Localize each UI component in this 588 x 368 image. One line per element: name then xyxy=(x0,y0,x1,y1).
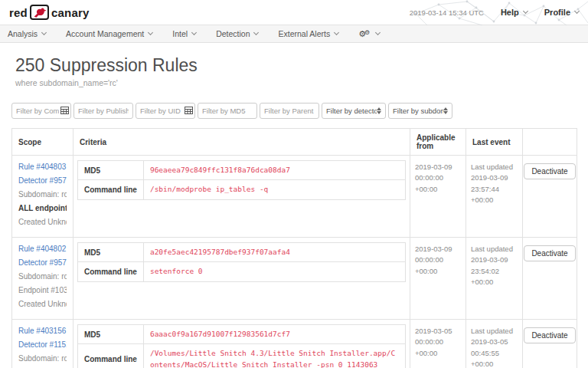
detector-link[interactable]: Detector #1151 xyxy=(18,340,67,349)
command-line-label: Command line xyxy=(78,180,144,199)
scope-cell: Rule #403156 Detector #1151 Subdomain: r… xyxy=(12,320,74,368)
chevron-down-icon xyxy=(523,8,528,14)
deactivate-button[interactable]: Deactivate xyxy=(524,327,575,343)
md5-value: 6aaac0f9a167d91007f12983561d7cf7 xyxy=(143,325,405,344)
chevron-down-icon xyxy=(375,30,381,35)
scope-created: Created Unknown xyxy=(18,299,67,309)
filter-detector-select[interactable]: Filter by detector xyxy=(322,103,386,119)
nav-item-detection[interactable]: Detection xyxy=(216,29,258,38)
profile-menu-label: Profile xyxy=(544,8,570,17)
canary-bird-icon xyxy=(30,5,49,20)
help-menu[interactable]: Help xyxy=(501,8,528,17)
scope-cell: Rule #404802 Detector #957 Subdomain: rc… xyxy=(12,238,74,320)
select-value: Filter by detector xyxy=(326,107,377,115)
applicable-from: 2019-03-09 00:00:00 +00:00 xyxy=(410,238,466,320)
command-line-value: /sbin/modprobe ip_tables -q xyxy=(143,180,405,199)
criteria-cell: MD5 96eaeea79c849ffc131f8a76dca08da7 Com… xyxy=(74,156,410,238)
col-header-criteria: Criteria xyxy=(74,129,410,156)
scope-endpoint: Endpoint #1032 xyxy=(18,285,67,295)
action-cell: Deactivate xyxy=(523,238,577,320)
suppression-rules-table: Scope Criteria Applicable from Last even… xyxy=(11,128,577,368)
command-line-value: /Volumes/Little Snitch 4.3/Little Snitch… xyxy=(143,344,405,368)
updown-arrows-icon xyxy=(443,107,448,114)
col-header-scope: Scope xyxy=(12,129,74,156)
logo-text-canary: canary xyxy=(51,6,90,19)
nav-item-label: Intel xyxy=(172,29,188,38)
scope-cell: Rule #404803 Detector #957 Subdomain: rc… xyxy=(12,156,74,238)
profile-menu[interactable]: Profile xyxy=(544,8,579,17)
chevron-down-icon xyxy=(148,30,153,35)
nav-item-label: Account Management xyxy=(66,29,144,38)
main-content: 250 Suppression Rules where subdomain_na… xyxy=(0,55,588,368)
action-cell: Deactivate xyxy=(523,156,577,238)
chevron-down-icon xyxy=(253,30,259,35)
table-row: Rule #404803 Detector #957 Subdomain: rc… xyxy=(12,156,577,238)
nav-item-external-alerts[interactable]: External Alerts xyxy=(278,29,338,38)
last-event: Last updated 2019-03-05 00:45:55 +00:00 xyxy=(466,320,523,368)
chevron-down-icon xyxy=(574,8,580,14)
filter-subdomain-select[interactable]: Filter by subdomai xyxy=(388,103,452,119)
col-header-applicable-from: Applicable from xyxy=(410,129,466,156)
nav-item-account-management[interactable]: Account Management xyxy=(66,29,152,38)
scope-created: Created Unknown xyxy=(18,217,67,227)
filter-bar: Filter by detector Filter by subdomai xyxy=(11,103,577,119)
detector-link[interactable]: Detector #957 xyxy=(18,176,67,185)
nav-settings-menu[interactable]: ⚙⚙ xyxy=(358,30,380,38)
utc-datetime: 2019-03-14 15:34 UTC xyxy=(410,8,484,17)
col-header-actions xyxy=(523,129,577,156)
command-line-label: Command line xyxy=(78,344,144,368)
md5-label: MD5 xyxy=(78,243,144,262)
scope-subdomain: Subdomain: rc xyxy=(18,271,67,281)
command-line-value: setenforce 0 xyxy=(143,262,405,281)
last-event: Last updated 2019-03-09 23:54:02 +00:00 xyxy=(466,238,523,320)
applicable-from: 2019-03-09 00:00:00 +00:00 xyxy=(410,156,466,238)
logo-text-red: red xyxy=(9,6,28,19)
md5-value: 96eaeea79c849ffc131f8a76dca08da7 xyxy=(143,161,405,180)
col-header-last-event: Last event xyxy=(466,129,523,156)
rule-link[interactable]: Rule #403156 xyxy=(18,327,66,335)
scope-endpoint: ALL endpoints xyxy=(18,203,67,213)
criteria-cell: MD5 6aaac0f9a167d91007f12983561d7cf7 Com… xyxy=(74,320,410,368)
action-cell: Deactivate xyxy=(523,320,577,368)
filter-md5-input[interactable] xyxy=(198,103,257,119)
rule-link[interactable]: Rule #404803 xyxy=(18,163,66,171)
scope-subdomain: Subdomain: rc xyxy=(18,353,67,363)
nav-item-analysis[interactable]: Analysis xyxy=(8,29,46,38)
table-header-row: Scope Criteria Applicable from Last even… xyxy=(12,129,577,156)
nav-item-label: External Alerts xyxy=(278,29,330,38)
chevron-down-icon xyxy=(41,30,47,35)
page-title: 250 Suppression Rules xyxy=(15,55,577,76)
rule-link[interactable]: Rule #404802 xyxy=(18,245,66,253)
nav-item-intel[interactable]: Intel xyxy=(172,29,196,38)
criteria-cell: MD5 a20fe5aec42195787dbef937f07aafa4 Com… xyxy=(74,238,410,320)
topbar-right: 2019-03-14 15:34 UTC Help Profile xyxy=(410,8,579,17)
select-value: Filter by subdomai xyxy=(393,107,443,115)
detector-link[interactable]: Detector #957 xyxy=(18,258,67,267)
filter-publisher-input[interactable] xyxy=(74,103,133,119)
command-line-label: Command line xyxy=(78,262,144,281)
help-menu-label: Help xyxy=(501,8,519,17)
chevron-down-icon xyxy=(191,30,197,35)
md5-value: a20fe5aec42195787dbef937f07aafa4 xyxy=(143,243,405,262)
nav-item-label: Detection xyxy=(216,29,250,38)
md5-label: MD5 xyxy=(78,161,144,180)
scope-subdomain: Subdomain: rc xyxy=(18,189,67,199)
page-subtitle: where subdomain_name='rc' xyxy=(15,78,577,87)
deactivate-button[interactable]: Deactivate xyxy=(524,163,575,179)
applicable-from: 2019-03-05 00:00:00 +00:00 xyxy=(410,320,466,368)
chevron-down-icon xyxy=(334,30,339,35)
grid-picker-icon[interactable] xyxy=(185,107,193,114)
grid-picker-icon[interactable] xyxy=(60,107,69,114)
gears-icon: ⚙⚙ xyxy=(358,30,371,38)
rules-tbody: Rule #404803 Detector #957 Subdomain: rc… xyxy=(12,156,577,368)
filter-parent-md5-input[interactable] xyxy=(260,103,319,119)
updown-arrows-icon xyxy=(377,107,381,114)
table-row: Rule #403156 Detector #1151 Subdomain: r… xyxy=(12,320,577,368)
deactivate-button[interactable]: Deactivate xyxy=(524,245,575,261)
nav-item-label: Analysis xyxy=(8,29,38,38)
main-nav: Analysis Account Management Intel Detect… xyxy=(0,25,588,43)
redcanary-logo[interactable]: red canary xyxy=(9,5,90,20)
top-header: red canary 2019-03-14 15:34 UTC Help Pro… xyxy=(0,0,588,25)
last-event: Last updated 2019-03-09 23:57:44 +00:00 xyxy=(466,156,523,238)
table-row: Rule #404802 Detector #957 Subdomain: rc… xyxy=(12,238,577,320)
